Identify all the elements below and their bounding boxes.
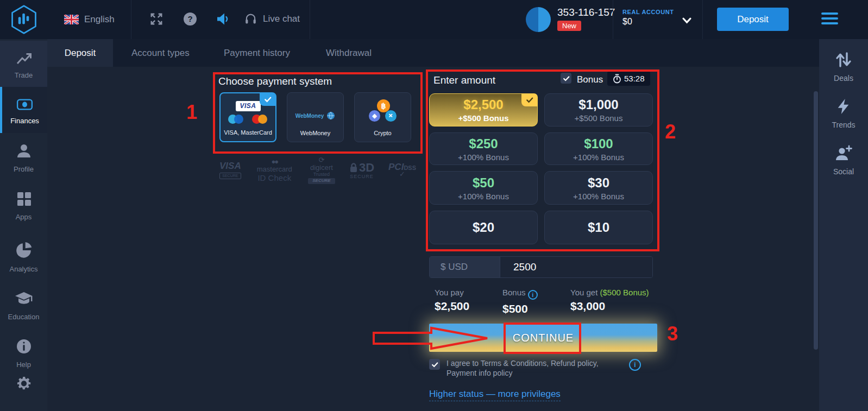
uk-flag-icon <box>64 15 79 24</box>
payment-method-label: WebMoney <box>287 130 343 136</box>
fullscreen-button[interactable] <box>149 12 163 28</box>
agree-checkbox[interactable] <box>429 359 440 370</box>
tab-payment-history[interactable]: Payment history <box>224 39 290 67</box>
sidebar-label-trends: Trends <box>819 121 868 129</box>
sidebar-item-trends[interactable]: Trends <box>819 98 868 129</box>
tab-account-types[interactable]: Account types <box>131 39 190 67</box>
threed-secure-badge: 3D SECURE <box>349 161 374 180</box>
checkmark-icon <box>563 75 570 81</box>
deals-arrows-icon <box>834 51 853 68</box>
annotation-arrow-right <box>372 325 491 351</box>
sidebar-label-finances: Finances <box>2 117 47 125</box>
right-sidebar: Deals Trends Social <box>819 39 868 411</box>
amount-bonus: +100% Bonus <box>458 192 509 201</box>
stopwatch-icon <box>613 74 621 84</box>
terms-info-icon[interactable]: i <box>629 359 641 371</box>
amount-option-1000[interactable]: $1,000 +$500 Bonus <box>544 93 653 127</box>
amount-input-group: $ USD <box>429 256 653 278</box>
amount-input[interactable] <box>500 257 652 277</box>
sidebar-item-analytics[interactable]: Analytics <box>0 238 47 281</box>
amount-option-250[interactable]: $250 +100% Bonus <box>429 132 538 165</box>
avatar[interactable] <box>526 7 551 32</box>
help-button[interactable]: ? <box>184 12 197 26</box>
checkmark-icon <box>431 362 438 368</box>
amount-value: $10 <box>588 220 609 235</box>
language-selector[interactable]: English <box>64 14 115 25</box>
sidebar-item-social[interactable]: Social <box>819 144 868 176</box>
account-balance: $0 <box>622 17 674 27</box>
person-plus-icon <box>834 144 853 162</box>
tab-withdrawal[interactable]: Withdrawal <box>326 39 372 67</box>
sidebar-item-help[interactable]: Help <box>0 333 47 377</box>
topbar-divider <box>310 0 310 39</box>
sound-button[interactable] <box>216 12 230 28</box>
higher-status-link[interactable]: Higher status — more privileges <box>429 389 561 401</box>
pie-chart-icon <box>15 241 33 260</box>
digicert-badge: ⟳ digicert Trusted SECURE <box>308 156 335 184</box>
account-id-block[interactable]: 353-116-157 New <box>557 7 615 31</box>
menu-button[interactable] <box>821 12 838 24</box>
speaker-icon <box>216 12 230 26</box>
padlock-icon <box>349 162 358 173</box>
bonus-info-icon[interactable]: i <box>528 290 538 300</box>
sidebar-label-social: Social <box>819 167 868 176</box>
amount-option-2500[interactable]: $2,500 +$500 Bonus <box>429 93 538 127</box>
you-get-value: $3,000 <box>570 300 649 313</box>
top-bar: English ? Live chat 353-116-157 New <box>0 0 868 39</box>
deposit-button[interactable]: Deposit <box>717 8 789 31</box>
sidebar-item-trade[interactable]: Trade <box>0 41 47 87</box>
ripple-icon: + <box>385 110 397 122</box>
bonus-checkbox[interactable] <box>561 73 571 84</box>
menu-icon <box>821 12 838 15</box>
content-scrollbar[interactable] <box>814 91 818 350</box>
topbar-divider <box>613 0 613 39</box>
question-icon: ? <box>187 14 192 23</box>
account-switcher[interactable]: REAL ACCOUNT $0 <box>622 9 674 27</box>
sidebar-item-finances[interactable]: Finances <box>0 87 47 133</box>
live-chat-button[interactable]: Live chat <box>243 11 300 27</box>
payment-section-heading: Choose payment system <box>218 75 332 87</box>
amount-bonus: +$500 Bonus <box>458 113 509 123</box>
amount-option-20[interactable]: $20 <box>429 211 538 244</box>
payment-method-label: VISA, MasterCard <box>221 129 275 136</box>
bonus-timer-value: 53:28 <box>624 74 645 83</box>
amount-bonus: +100% Bonus <box>573 153 624 162</box>
amount-value: $2,500 <box>463 97 503 112</box>
sidebar-label-deals: Deals <box>819 74 868 83</box>
bonus-block: Bonus i $500 <box>502 288 538 315</box>
amount-option-10[interactable]: $10 <box>544 211 653 244</box>
sidebar-item-education[interactable]: Education <box>0 287 47 330</box>
language-label: English <box>84 14 115 25</box>
amount-bonus: +100% Bonus <box>573 192 624 201</box>
amount-bonus: +$500 Bonus <box>575 113 623 123</box>
fullscreen-icon <box>149 12 163 26</box>
amount-value: $250 <box>469 136 498 151</box>
sidebar-item-settings[interactable] <box>0 372 47 400</box>
sidebar-item-apps[interactable]: Apps <box>0 187 47 230</box>
bonus-timer: 53:28 <box>607 71 650 86</box>
annotation-number-3: 3 <box>667 323 678 345</box>
payment-method-visa-mastercard[interactable]: VISA VISA, MasterCard <box>219 92 276 142</box>
app-logo[interactable] <box>9 4 39 37</box>
sidebar-item-deals[interactable]: Deals <box>819 51 868 83</box>
payment-method-label: Crypto <box>355 130 411 136</box>
left-sidebar: Trade Finances Profile Apps Analytics <box>0 39 47 411</box>
amount-option-30[interactable]: $30 +100% Bonus <box>544 171 653 205</box>
tab-deposit[interactable]: Deposit <box>47 39 113 67</box>
visa-logo: VISA <box>236 101 261 111</box>
sidebar-item-profile[interactable]: Profile <box>0 139 47 182</box>
account-type-label: REAL ACCOUNT <box>622 9 674 15</box>
payment-method-crypto[interactable]: ฿ ◆ + Crypto <box>354 92 411 142</box>
checkmark-icon <box>526 97 533 103</box>
you-pay-label: You pay <box>435 288 469 297</box>
account-dropdown-toggle[interactable] <box>682 16 691 26</box>
banknote-icon <box>16 98 34 111</box>
bonus-checkbox-label: Bonus <box>577 74 603 85</box>
amount-option-100[interactable]: $100 +100% Bonus <box>544 132 653 165</box>
you-get-block: You get ($500 Bonus) $3,000 <box>570 288 649 313</box>
payment-method-webmoney[interactable]: WebMoney WebMoney <box>287 92 344 142</box>
currency-selector[interactable]: $ USD <box>430 257 500 277</box>
amount-value: $50 <box>473 175 494 191</box>
logo-hexagon-chart-icon <box>9 4 39 35</box>
amount-option-50[interactable]: $50 +100% Bonus <box>429 171 538 205</box>
